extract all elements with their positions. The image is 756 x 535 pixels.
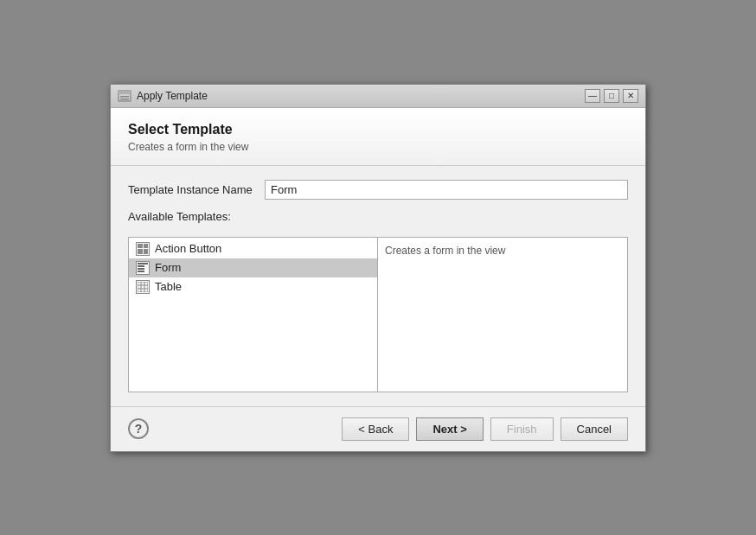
close-button[interactable]: ✕ bbox=[623, 89, 638, 103]
template-description-panel: Creates a form in the view bbox=[378, 238, 627, 392]
template-list: Action Button Form bbox=[129, 238, 378, 392]
title-bar-left: Apply Template bbox=[118, 89, 208, 103]
cancel-button[interactable]: Cancel bbox=[561, 417, 628, 441]
svg-rect-3 bbox=[120, 99, 129, 100]
available-templates-label: Available Templates: bbox=[128, 210, 628, 223]
list-item-form[interactable]: Form bbox=[129, 258, 377, 277]
instance-name-input[interactable] bbox=[265, 180, 628, 200]
footer-section: ? < Back Next > Finish Cancel bbox=[111, 406, 645, 451]
window-icon bbox=[118, 89, 131, 103]
help-button[interactable]: ? bbox=[128, 418, 149, 439]
footer-left: ? bbox=[128, 418, 149, 439]
maximize-button[interactable]: □ bbox=[604, 89, 619, 103]
form-icon bbox=[136, 261, 150, 275]
action-button-icon bbox=[136, 242, 150, 256]
instance-name-row: Template Instance Name bbox=[128, 180, 628, 200]
templates-lists-container: Action Button Form bbox=[128, 237, 628, 392]
svg-rect-2 bbox=[120, 96, 129, 98]
list-item-table[interactable]: Table bbox=[129, 277, 377, 296]
action-button-label: Action Button bbox=[155, 242, 221, 255]
next-button[interactable]: Next > bbox=[416, 417, 483, 441]
finish-button[interactable]: Finish bbox=[490, 417, 554, 441]
dialog-title: Select Template bbox=[128, 122, 628, 137]
svg-rect-4 bbox=[138, 282, 148, 292]
list-item-action-button[interactable]: Action Button bbox=[129, 239, 377, 258]
form-section: Template Instance Name Available Templat… bbox=[111, 166, 645, 406]
form-label: Form bbox=[155, 261, 181, 274]
minimize-button[interactable]: — bbox=[585, 89, 600, 103]
instance-name-label: Template Instance Name bbox=[128, 183, 258, 196]
dialog-subtitle: Creates a form in the view bbox=[128, 141, 628, 153]
apply-template-dialog: Apply Template — □ ✕ Select Template Cre… bbox=[110, 84, 646, 452]
table-label: Table bbox=[155, 280, 182, 293]
window-title: Apply Template bbox=[137, 90, 208, 102]
header-section: Select Template Creates a form in the vi… bbox=[111, 108, 645, 166]
svg-rect-1 bbox=[119, 91, 131, 94]
content-area: Select Template Creates a form in the vi… bbox=[111, 108, 645, 406]
footer-right: < Back Next > Finish Cancel bbox=[342, 417, 628, 441]
title-bar: Apply Template — □ ✕ bbox=[111, 85, 645, 108]
back-button[interactable]: < Back bbox=[342, 417, 409, 441]
title-bar-controls: — □ ✕ bbox=[585, 89, 638, 103]
table-icon bbox=[136, 280, 150, 294]
